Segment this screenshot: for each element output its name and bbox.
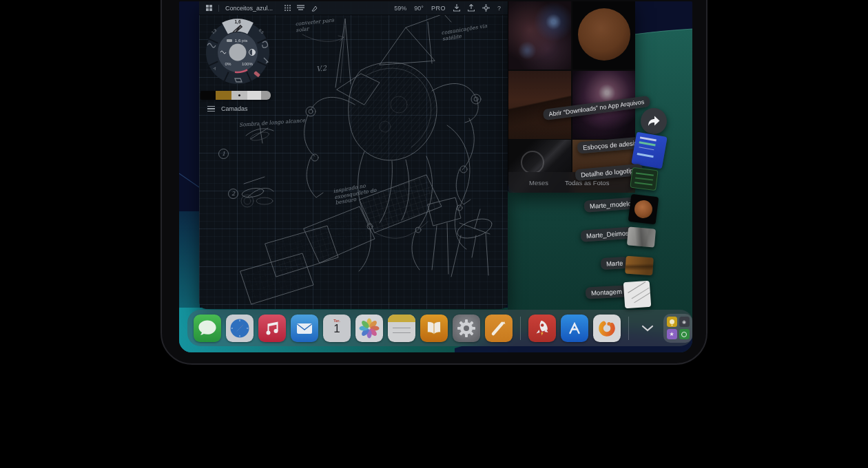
brush-preview-icon <box>227 39 232 42</box>
pen-icon <box>485 315 513 342</box>
layers-menu-icon <box>207 106 215 111</box>
dock-app-mail[interactable] <box>291 315 318 342</box>
pro-badge[interactable]: PRO <box>431 5 446 12</box>
dock-app-concepts[interactable] <box>593 315 621 342</box>
annotation-number-2: 2 <box>228 189 238 199</box>
ipad-device: converter para solar comunicações via sa… <box>161 0 707 365</box>
safari-icon <box>226 315 254 342</box>
mail-icon <box>291 315 318 342</box>
tool-wheel[interactable]: 1,6 1,3 8,5 A 1,6 <box>202 17 273 89</box>
dock-app-notes[interactable] <box>388 315 415 342</box>
robot-sketch <box>240 14 494 304</box>
annotation-number-1: 1 <box>218 149 229 159</box>
dock-app-music[interactable] <box>258 315 286 342</box>
dock-app-settings[interactable] <box>453 315 480 342</box>
photos-flower-icon <box>355 315 383 342</box>
pen-tool-icon[interactable] <box>311 5 318 12</box>
dock-divider <box>628 317 629 340</box>
align-layers-icon[interactable] <box>297 5 304 11</box>
dock-app-messages[interactable] <box>194 315 221 342</box>
dock-app-sketch[interactable] <box>485 315 513 342</box>
mini-app-lightbulb-icon <box>667 317 677 327</box>
calendar-day: 1 <box>323 323 351 335</box>
selected-tool-size: 1,6 <box>234 19 240 25</box>
export-icon[interactable] <box>468 4 475 12</box>
concepts-toolbar: Conceitos_azul... 59% 90° PRO <box>199 1 508 15</box>
zoom-level[interactable]: 59% <box>394 5 406 12</box>
rocket-icon <box>528 315 556 342</box>
ipad-screen: converter para solar comunicações via sa… <box>179 1 692 352</box>
layers-label: Camadas <box>221 105 248 112</box>
brush-size-label: 1,6 pts <box>235 38 248 43</box>
chevron-down-icon <box>641 325 654 332</box>
books-icon <box>420 315 448 342</box>
music-icon <box>258 315 286 342</box>
import-icon[interactable] <box>453 4 460 12</box>
dock: Ter. 1 <box>187 310 692 346</box>
dock-app-calendar[interactable]: Ter. 1 <box>323 315 351 342</box>
mini-app-star-icon: ★ <box>667 329 677 339</box>
settings-gear-icon[interactable] <box>482 4 490 12</box>
dock-app-safari[interactable] <box>226 315 254 342</box>
swatch-selected[interactable] <box>231 91 247 100</box>
dock-app-rocket[interactable] <box>528 315 556 342</box>
mini-app-clock-icon <box>679 329 690 339</box>
swatch-gray[interactable] <box>261 91 271 100</box>
dock-divider <box>520 317 521 340</box>
layers-panel-header[interactable]: Camadas <box>200 104 252 114</box>
help-button[interactable]: ? <box>497 5 501 12</box>
concepts-app-window: converter para solar comunicações via sa… <box>199 1 508 309</box>
opacity-min-label: 0% <box>225 61 231 66</box>
photos-tab-bar: Meses Todas as Fotos <box>508 172 635 193</box>
messages-icon <box>194 315 221 342</box>
rotation-value[interactable]: 90° <box>414 5 424 12</box>
settings-gear-icon <box>453 315 480 342</box>
swatch-gold[interactable] <box>216 91 231 100</box>
appstore-icon <box>561 315 588 342</box>
precision-grid-icon[interactable] <box>285 5 291 11</box>
wheel-center-button[interactable] <box>229 44 247 61</box>
apps-grid-icon[interactable] <box>206 5 212 11</box>
dock-app-appstore[interactable] <box>561 315 588 342</box>
photos-dim-overlay <box>508 1 635 193</box>
photos-app-window: Meses Todas as Fotos <box>508 1 635 193</box>
swatch-black[interactable] <box>200 91 216 100</box>
mini-app-camera-icon: ◉ <box>679 317 690 327</box>
tab-all-photos[interactable]: Todas as Fotos <box>565 179 609 187</box>
document-title[interactable]: Conceitos_azul... <box>225 5 273 12</box>
share-button[interactable] <box>641 108 667 134</box>
color-swatch-bar <box>200 91 271 100</box>
toolbar-separator <box>218 5 219 12</box>
share-forward-arrow-icon <box>647 115 661 127</box>
stage: converter para solar comunicações via sa… <box>0 0 868 468</box>
swatch-light[interactable] <box>247 91 261 100</box>
dock-collapse-chevron[interactable] <box>637 315 659 342</box>
tab-months[interactable]: Meses <box>529 179 548 187</box>
dock-app-photos[interactable] <box>355 315 383 342</box>
concepts-c-icon <box>593 315 621 342</box>
dock-app-library-folder[interactable]: ◉ ★ <box>663 314 692 343</box>
opacity-max-label: 100% <box>242 61 253 66</box>
dock-app-books[interactable] <box>420 315 448 342</box>
